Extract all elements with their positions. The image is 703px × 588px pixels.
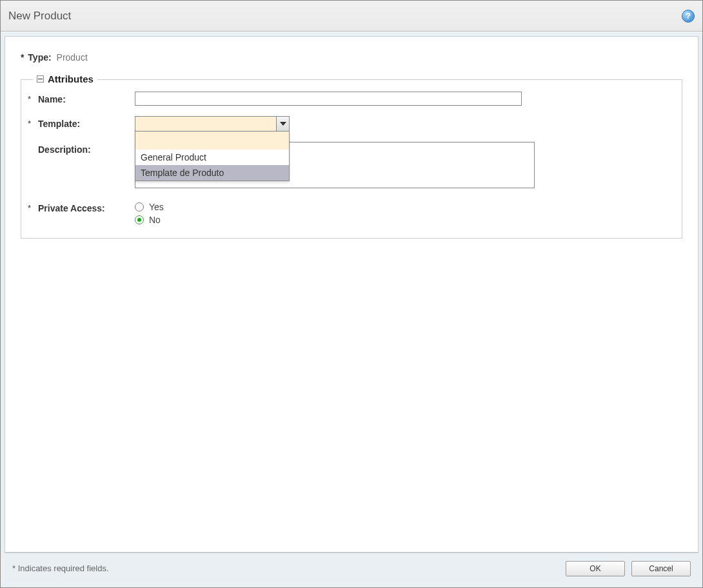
form-grid: * Name: * Template:: [25, 92, 678, 225]
dialog-footer: * Indicates required fields. OK Cancel: [5, 553, 698, 583]
new-product-dialog: New Product ? * Type: Product Attributes…: [0, 0, 703, 588]
radio-selected-dot: [137, 218, 141, 222]
type-row: * Type: Product: [21, 52, 682, 63]
type-label: Type:: [28, 52, 51, 63]
help-icon[interactable]: ?: [682, 10, 695, 23]
footer-buttons: OK Cancel: [566, 561, 691, 576]
name-input[interactable]: [135, 92, 522, 106]
required-asterisk: *: [28, 119, 33, 128]
private-access-label: Private Access:: [38, 203, 105, 213]
template-combo-display: [135, 117, 276, 131]
dropdown-item-general-product[interactable]: General Product: [135, 150, 289, 165]
required-asterisk: *: [28, 203, 33, 213]
radio-label-yes: Yes: [149, 202, 164, 212]
required-asterisk: *: [21, 52, 24, 63]
titlebar: New Product ?: [1, 1, 702, 32]
name-input-cell: [135, 92, 678, 106]
required-asterisk: *: [28, 94, 33, 104]
template-dropdown: General Product Template de Produto: [135, 132, 290, 181]
radio-label-no: No: [149, 215, 161, 225]
collapse-icon[interactable]: [37, 75, 44, 83]
chevron-down-icon[interactable]: [276, 117, 289, 131]
dialog-title: New Product: [8, 10, 71, 23]
template-label-cell: * Template:: [25, 116, 135, 129]
private-access-radio-group: Yes No: [135, 201, 678, 225]
description-label: Description:: [38, 144, 91, 155]
ok-button[interactable]: OK: [566, 561, 625, 576]
fieldset-legend: Attributes: [33, 74, 97, 84]
form-panel: * Type: Product Attributes * Name:: [5, 36, 698, 553]
legend-text: Attributes: [48, 74, 94, 84]
description-label-cell: Description:: [25, 142, 135, 155]
template-combo[interactable]: General Product Template de Produto: [135, 116, 290, 132]
template-combo-box[interactable]: [135, 116, 290, 132]
content-area: * Type: Product Attributes * Name:: [1, 32, 702, 587]
template-label: Template:: [38, 119, 80, 129]
cancel-button[interactable]: Cancel: [631, 561, 691, 576]
radio-icon: [135, 215, 144, 224]
private-access-yes[interactable]: Yes: [135, 202, 678, 212]
radio-icon: [135, 202, 144, 211]
name-label-cell: * Name:: [25, 92, 135, 104]
type-value: Product: [57, 52, 88, 63]
dropdown-blank-option[interactable]: [135, 132, 289, 150]
dropdown-item-template-de-produto[interactable]: Template de Produto: [135, 165, 289, 181]
attributes-fieldset: Attributes * Name: * Template:: [21, 79, 682, 239]
private-access-no[interactable]: No: [135, 215, 678, 225]
private-access-label-cell: * Private Access:: [25, 201, 135, 213]
name-label: Name:: [38, 94, 66, 104]
template-input-cell: General Product Template de Produto: [135, 116, 678, 132]
required-fields-note: * Indicates required fields.: [12, 564, 109, 573]
